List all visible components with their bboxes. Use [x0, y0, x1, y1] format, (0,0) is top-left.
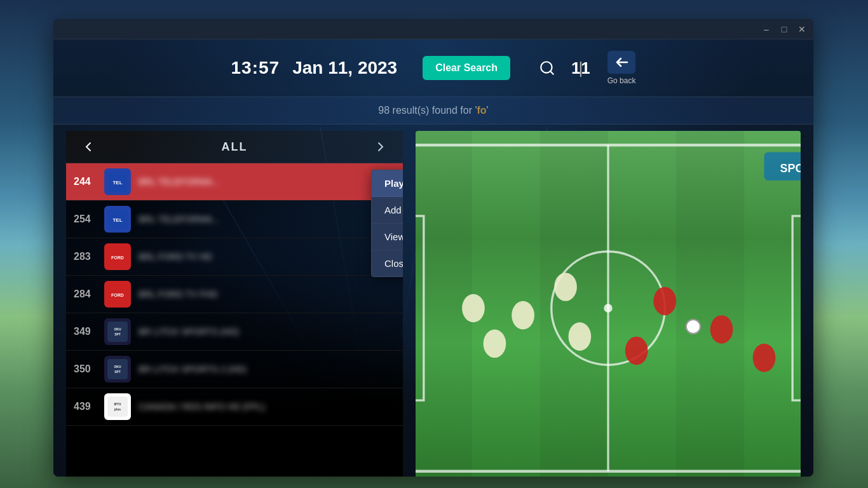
app-window: – □ ✕ 13:57 Jan 11, 2023 Clear Search	[53, 19, 813, 477]
prev-category-button[interactable]	[79, 137, 98, 156]
channel-name: BR LITOX SPORTS 2 (HD)	[139, 364, 395, 374]
channel-logo: TEL	[104, 206, 131, 233]
svg-point-35	[753, 344, 776, 372]
results-suffix: '	[487, 105, 489, 116]
svg-point-42	[462, 294, 485, 323]
video-content: SPORT CHANNEL	[416, 131, 801, 477]
results-prefix: 98 result(s) found for '	[378, 105, 477, 116]
channel-row[interactable]: 283 FORD BRL FORD TV HD	[66, 238, 403, 276]
channel-number: 254	[74, 214, 104, 225]
context-menu-epg[interactable]: View Full EPG	[372, 224, 403, 250]
context-menu-close[interactable]: Close	[372, 250, 403, 276]
channel-logo: TEL	[104, 168, 131, 195]
app-logo: 1|1	[571, 58, 588, 78]
svg-point-34	[653, 287, 676, 316]
context-menu-play[interactable]: Play	[372, 170, 403, 197]
main-content: 13:57 Jan 11, 2023 Clear Search 1|1	[53, 39, 813, 477]
category-nav: ALL	[66, 131, 403, 163]
svg-text:plus: plus	[114, 407, 121, 411]
channel-number: 439	[74, 401, 104, 412]
search-icon	[539, 60, 555, 76]
svg-rect-10	[107, 322, 128, 342]
category-label: ALL	[222, 140, 248, 154]
svg-point-33	[710, 315, 733, 344]
svg-point-40	[484, 329, 506, 358]
svg-rect-22	[540, 131, 608, 477]
channel-row[interactable]: 439 IPTV plus CANADA / RDS INFO HD (FPL)	[66, 388, 403, 426]
header-icons: 1|1 Go back	[536, 51, 635, 85]
channel-logo: FORD	[104, 281, 131, 308]
svg-text:OKU: OKU	[114, 365, 121, 369]
channel-name: BR LITOX SPORTS (HD)	[139, 327, 395, 337]
channel-number: 349	[74, 326, 104, 337]
soccer-field-svg: SPORT CHANNEL	[416, 131, 801, 477]
go-back-icon	[607, 51, 635, 74]
channel-row[interactable]: 284 FORD BRL FORD TV FHD	[66, 276, 403, 313]
channel-number: 350	[74, 363, 104, 375]
svg-text:SPT: SPT	[114, 332, 121, 336]
channel-list[interactable]: 244 TEL BRL TELEFORMA... 254	[66, 163, 403, 477]
svg-rect-13	[107, 359, 128, 379]
search-button[interactable]	[536, 57, 559, 79]
search-query: fo	[477, 105, 486, 116]
channel-logo: IPTV plus	[104, 393, 131, 420]
title-bar: – □ ✕	[53, 19, 813, 39]
channel-name: CANADA / RDS INFO HD (FPL)	[139, 402, 395, 412]
maximize-button[interactable]: □	[778, 23, 790, 36]
svg-point-38	[512, 301, 534, 330]
svg-text:OKU: OKU	[114, 327, 121, 331]
video-preview: SPORT CHANNEL	[416, 131, 801, 477]
channel-logo: FORD	[104, 243, 131, 270]
channel-name: BRL FORD TV HD	[139, 252, 395, 262]
time-display: 13:57	[231, 58, 280, 78]
channel-logo: OKU SPT	[104, 356, 131, 383]
channel-name: BRL TELEFORMA...	[139, 214, 395, 224]
svg-text:IPTV: IPTV	[114, 402, 121, 406]
svg-point-36	[625, 337, 648, 365]
svg-text:TEL: TEL	[112, 217, 122, 223]
svg-text:SPORT: SPORT	[780, 162, 801, 175]
channel-number: 284	[74, 288, 104, 300]
svg-text:FORD: FORD	[111, 255, 124, 260]
svg-text:TEL: TEL	[112, 180, 122, 186]
context-menu: Play Add to Favourite View Full EPG Clos…	[371, 170, 403, 277]
svg-point-43	[686, 320, 700, 334]
date-display: Jan 11, 2023	[292, 58, 397, 78]
svg-point-39	[554, 273, 577, 301]
header: 13:57 Jan 11, 2023 Clear Search 1|1	[53, 39, 813, 97]
channel-row[interactable]: 244 TEL BRL TELEFORMA...	[66, 163, 403, 201]
channel-row[interactable]: 350 OKU SPT BR LITOX SPORTS 2 (HD)	[66, 351, 403, 388]
close-button[interactable]: ✕	[796, 23, 808, 36]
context-menu-favourite[interactable]: Add to Favourite	[372, 197, 403, 224]
minimize-button[interactable]: –	[760, 23, 773, 36]
results-bar: 98 result(s) found for 'fo'	[53, 97, 813, 125]
channel-list-panel: ALL 244	[66, 131, 403, 477]
go-back-button[interactable]: Go back	[607, 51, 636, 85]
content-area: ALL 244	[53, 131, 813, 477]
go-back-label: Go back	[607, 76, 636, 85]
channel-name: BRL FORD TV FHD	[139, 289, 395, 299]
svg-point-30	[604, 304, 612, 312]
channel-number: 283	[74, 251, 104, 262]
channel-logo: OKU SPT	[104, 318, 131, 345]
svg-line-1	[550, 71, 553, 74]
svg-text:FORD: FORD	[111, 293, 124, 297]
next-category-button[interactable]	[371, 137, 390, 156]
svg-rect-23	[676, 131, 744, 477]
clear-search-button[interactable]: Clear Search	[423, 56, 510, 80]
channel-row[interactable]: 349 OKU SPT BR LITOX SPORTS (HD)	[66, 313, 403, 351]
svg-point-41	[569, 322, 592, 351]
channel-row[interactable]: 254 TEL BRL TELEFORMA...	[66, 201, 403, 238]
svg-rect-16	[107, 396, 128, 417]
channel-number: 244	[74, 176, 104, 187]
svg-text:SPT: SPT	[114, 370, 121, 374]
channel-name: BRL TELEFORMA...	[139, 177, 395, 187]
